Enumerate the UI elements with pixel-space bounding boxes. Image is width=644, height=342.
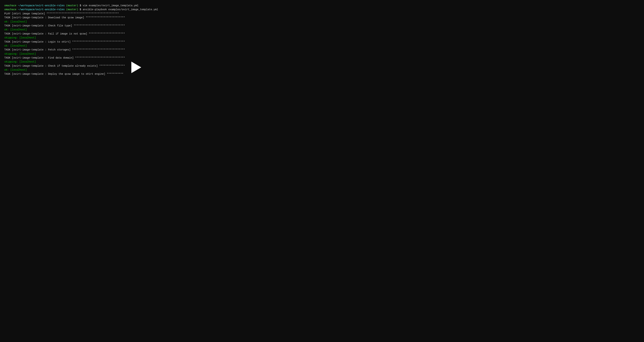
- terminal-line: TASK [ovirt-image-template : Check if te…: [4, 64, 640, 68]
- terminal-line: TASK [ovirt-image-template : Fail if ima…: [4, 32, 640, 36]
- terminal-line: ok: [localhost]: [4, 44, 640, 48]
- terminal-line: TASK [ovirt-image-template : Check file …: [4, 24, 640, 28]
- terminal-line: skipping: [localhost]: [4, 36, 640, 40]
- terminal-line: ok: [localhost]: [4, 68, 640, 72]
- terminal-line: omachace ~/workspace/ovirt-ansible-roles…: [4, 8, 640, 12]
- terminal-line: TASK [ovirt-image-template : Fetch stora…: [4, 48, 640, 52]
- terminal-line: ok: [localhost]: [4, 20, 640, 24]
- play-button[interactable]: [129, 61, 142, 74]
- terminal-line: TASK [ovirt-image-template : Find data d…: [4, 56, 640, 60]
- terminal: omachace ~/workspace/ovirt-ansible-roles…: [0, 0, 644, 80]
- terminal-line: TASK [ovirt-image-template : Login to oV…: [4, 40, 640, 44]
- terminal-line: ok: [localhost]: [4, 28, 640, 32]
- terminal-line: skipping: [localhost]: [4, 60, 640, 64]
- terminal-line: TASK [ovirt-image-template : Download th…: [4, 16, 640, 20]
- terminal-line: PLAY [oVirt image template] ************…: [4, 12, 640, 16]
- terminal-line: omachace ~/workspace/ovirt-ansible-roles…: [4, 4, 640, 8]
- terminal-line: skipping: [localhost]: [4, 52, 640, 56]
- terminal-line: TASK [ovirt-image-template : Deploy the …: [4, 72, 640, 76]
- play-triangle-icon: [131, 62, 141, 73]
